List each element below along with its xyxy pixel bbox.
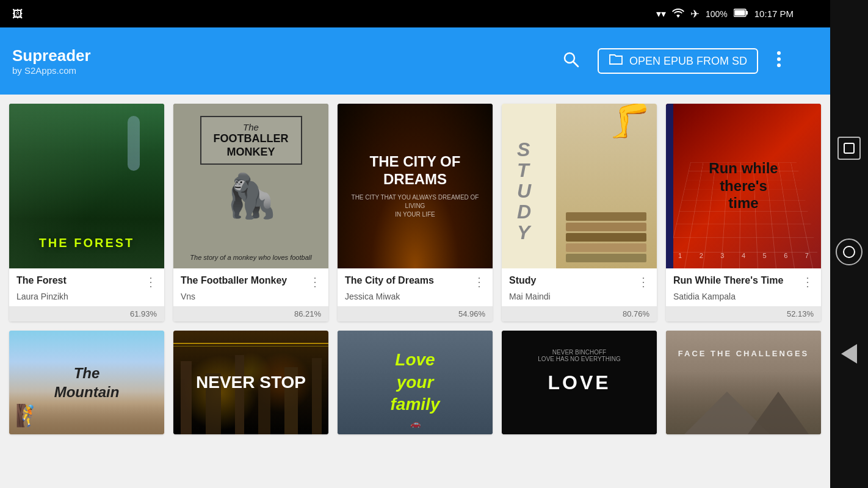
folder-icon [609,53,623,69]
book-info-monkey: The Footballer Monkey ⋮ [173,268,328,289]
book-card-mountain[interactable]: 🧗 TheMountain [9,331,164,434]
book-card-study[interactable]: 🦵 S T U D Y [502,104,657,321]
book-title-forest: The Forest [16,274,140,287]
back-button[interactable] [841,344,857,364]
search-button[interactable] [562,51,579,72]
book-title-run: Run While There's Time [673,274,797,287]
book-row-1: THE FOREST The Forest ⋮ Laura Pinzikh 61… [9,104,821,321]
book-author-forest: Laura Pinzikh [9,289,164,306]
book-cover-forest: THE FOREST [9,104,164,268]
book-progress-dreams: 54.96% [338,306,493,321]
book-cover-study: 🦵 S T U D Y [502,104,657,268]
phone-nav-buttons [830,0,868,488]
book-title-dreams: The City of Dreams [345,274,468,287]
book-cover-love: NEVER BINCHOFFLOVE HAS NO EVERYTHING LOV… [502,331,657,434]
top-bar-actions: OPEN EPUB FROM SD [562,48,781,74]
lovefamily-cover-title: Loveyourfamily [391,349,440,415]
wifi-icon: ▾▾ [656,8,666,20]
book-author-dreams: Jessica Miwak [338,289,493,306]
airplane-icon: ✈ [690,7,700,21]
book-menu-forest[interactable]: ⋮ [140,274,157,289]
mountain-cover-title: TheMountain [54,364,120,401]
book-info-forest: The Forest ⋮ [9,268,164,289]
love-cover-subtitle: NEVER BINCHOFFLOVE HAS NO EVERYTHING [502,349,657,362]
book-cover-mountain: 🧗 TheMountain [9,331,164,434]
book-info-study: Study ⋮ [502,268,657,289]
book-card-neverstop[interactable]: NEVER STOP [173,331,328,434]
open-epub-label: OPEN EPUB FROM SD [629,55,747,68]
svg-line-4 [573,62,578,66]
book-card-run[interactable]: Run whilethere'stime 1234567 Run While T… [666,104,821,321]
book-progress-forest: 61.93% [9,306,164,321]
book-title-monkey: The Footballer Monkey [181,274,304,287]
book-progress-monkey: 86.21% [173,306,328,321]
book-menu-dreams[interactable]: ⋮ [468,274,485,289]
top-bar: Supreader by S2Apps.com OPEN EPUB FROM S… [0,27,830,95]
neverstop-cover-title: NEVER STOP [196,373,306,392]
book-info-dreams: The City of Dreams ⋮ [338,268,493,289]
status-bar: 🖼 ▾▾ ✈ 100% 10:17 PM [0,0,830,27]
book-menu-run[interactable]: ⋮ [797,274,814,289]
open-epub-button[interactable]: OPEN EPUB FROM SD [598,48,758,74]
svg-point-7 [777,63,781,67]
dreams-cover-subtitle: THE CITY THAT YOU ALWAYS DREAMED OF LIVI… [344,193,486,219]
clock: 10:17 PM [754,9,794,19]
book-progress-run: 52.13% [666,306,821,321]
cover-forest-title: THE FOREST [39,236,135,256]
svg-rect-2 [734,10,745,16]
book-author-study: Mai Maindi [502,289,657,306]
app-title-section: Supreader by S2Apps.com [12,46,562,76]
book-cover-challenges: FACE THE CHALLENGES [666,331,821,434]
book-cover-monkey: The FOOTBALLERMONKEY 🦍 The story of a mo… [173,104,328,268]
book-title-study: Study [509,274,632,287]
book-info-run: Run While There's Time ⋮ [666,268,821,289]
book-menu-study[interactable]: ⋮ [632,274,649,289]
book-author-run: Satidia Kampala [666,289,821,306]
book-card-monkey[interactable]: The FOOTBALLERMONKEY 🦍 The story of a mo… [173,104,328,321]
book-cover-neverstop: NEVER STOP [173,331,328,434]
screen-icon: 🖼 [12,7,23,20]
recent-apps-button[interactable] [837,137,861,160]
more-options-button[interactable] [776,51,781,72]
app-title: Supreader [12,46,562,65]
wifi-signal-icon [672,8,684,20]
svg-point-6 [777,57,781,61]
run-cover-title: Run whilethere'stime [709,160,778,212]
book-row-2: 🧗 TheMountain [9,331,821,434]
svg-rect-1 [746,11,748,15]
battery-icon [734,8,748,20]
book-card-forest[interactable]: THE FOREST The Forest ⋮ Laura Pinzikh 61… [9,104,164,321]
svg-rect-8 [844,143,854,153]
book-card-lovefamily[interactable]: 🚗 Loveyourfamily [338,331,493,434]
svg-point-9 [844,246,855,257]
book-cover-dreams: THE CITY OFDREAMS THE CITY THAT YOU ALWA… [338,104,493,268]
battery-percentage: 100% [706,9,728,19]
svg-point-5 [777,51,781,55]
book-card-challenges[interactable]: FACE THE CHALLENGES [666,331,821,434]
main-content: THE FOREST The Forest ⋮ Laura Pinzikh 61… [0,95,830,488]
book-progress-study: 80.76% [502,306,657,321]
book-cover-run: Run whilethere'stime 1234567 [666,104,821,268]
book-card-love[interactable]: NEVER BINCHOFFLOVE HAS NO EVERYTHING LOV… [502,331,657,434]
love-cover-title: LOVE [548,371,610,394]
home-button[interactable] [836,239,863,265]
book-cover-lovefamily: 🚗 Loveyourfamily [338,331,493,434]
app-subtitle: by S2Apps.com [12,65,562,76]
dreams-cover-title: THE CITY OFDREAMS [344,153,486,188]
book-menu-monkey[interactable]: ⋮ [304,274,321,289]
book-card-dreams[interactable]: THE CITY OFDREAMS THE CITY THAT YOU ALWA… [338,104,493,321]
book-author-monkey: Vns [173,289,328,306]
